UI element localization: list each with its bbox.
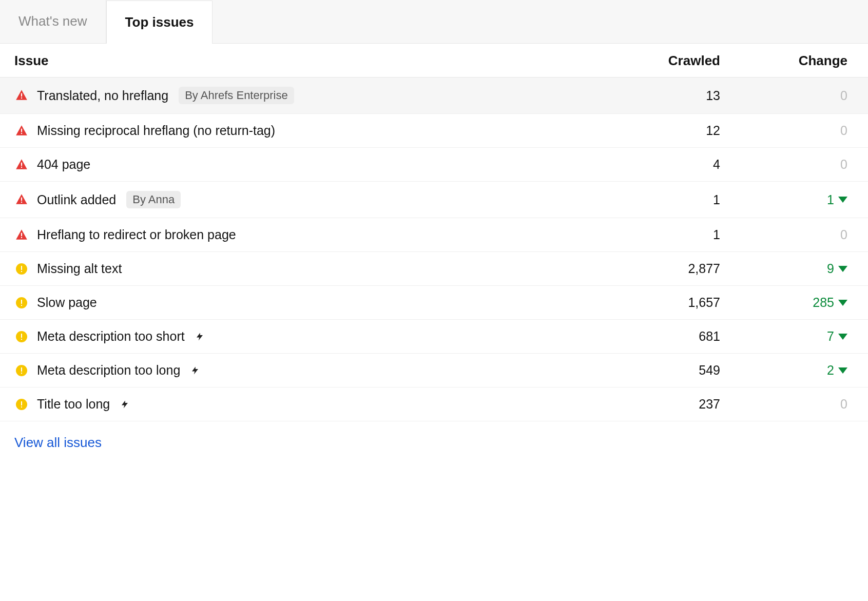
table-row[interactable]: Missing reciprocal hreflang (no return-t… xyxy=(0,114,868,148)
table-row[interactable]: Translated, no hreflangBy Ahrefs Enterpr… xyxy=(0,77,868,114)
col-header-crawled[interactable]: Crawled xyxy=(607,53,720,69)
issue-cell: Missing reciprocal hreflang (no return-t… xyxy=(14,123,607,138)
table-row[interactable]: Meta description too long5492 xyxy=(0,354,868,387)
table-row[interactable]: 404 page40 xyxy=(0,148,868,182)
error-triangle-icon xyxy=(14,228,29,242)
issue-cell: Meta description too long xyxy=(14,363,607,378)
crawled-value: 4 xyxy=(607,157,720,172)
svg-rect-3 xyxy=(21,132,22,133)
warning-circle-icon xyxy=(14,331,29,343)
change-value: 0 xyxy=(720,88,854,103)
change-value: 285 xyxy=(720,295,854,310)
tab-top-issues[interactable]: Top issues xyxy=(106,1,213,44)
issue-name: Missing alt text xyxy=(37,261,122,276)
issue-cell: Hreflang to redirect or broken page xyxy=(14,227,607,242)
svg-rect-0 xyxy=(21,93,22,97)
change-number: 0 xyxy=(840,88,847,103)
crawled-value: 1,657 xyxy=(607,295,720,310)
svg-rect-14 xyxy=(21,300,22,304)
error-triangle-icon xyxy=(14,158,29,171)
issue-name: Meta description too short xyxy=(37,329,185,344)
issue-cell: 404 page xyxy=(14,157,607,172)
crawled-value: 549 xyxy=(607,363,720,378)
table-footer: View all issues xyxy=(0,421,868,471)
issue-name: Outlink added xyxy=(37,192,116,207)
change-number: 7 xyxy=(827,329,834,344)
svg-rect-21 xyxy=(21,373,22,374)
change-value: 0 xyxy=(720,227,854,242)
caret-down-icon xyxy=(838,367,847,374)
table-row[interactable]: Outlink addedBy Anna11 xyxy=(0,182,868,218)
issue-name: Meta description too long xyxy=(37,363,180,378)
issue-cell: Outlink addedBy Anna xyxy=(14,191,607,208)
change-value: 2 xyxy=(720,363,854,378)
svg-rect-18 xyxy=(21,339,22,340)
change-value: 7 xyxy=(720,329,854,344)
change-number: 9 xyxy=(827,261,834,276)
change-number: 1 xyxy=(827,192,834,207)
issue-cell: Slow page xyxy=(14,295,607,310)
change-number: 2 xyxy=(827,363,834,378)
table-row[interactable]: Missing alt text2,8779 xyxy=(0,252,868,286)
svg-rect-12 xyxy=(21,271,22,272)
crawled-value: 237 xyxy=(607,397,720,412)
svg-rect-4 xyxy=(21,162,22,166)
error-triangle-icon xyxy=(14,124,29,138)
svg-rect-23 xyxy=(21,401,22,405)
change-number: 0 xyxy=(840,123,847,138)
svg-rect-2 xyxy=(21,128,22,131)
crawled-value: 1 xyxy=(607,227,720,242)
change-value: 0 xyxy=(720,123,854,138)
svg-rect-7 xyxy=(21,202,22,203)
svg-rect-15 xyxy=(21,305,22,306)
crawled-value: 681 xyxy=(607,329,720,344)
warning-circle-icon xyxy=(14,263,29,275)
change-value: 0 xyxy=(720,397,854,412)
author-badge: By Anna xyxy=(126,191,181,208)
issue-name: Hreflang to redirect or broken page xyxy=(37,227,236,242)
bolt-icon xyxy=(120,399,129,410)
error-triangle-icon xyxy=(14,89,29,102)
crawled-value: 2,877 xyxy=(607,261,720,276)
view-all-issues-link[interactable]: View all issues xyxy=(14,435,102,450)
svg-rect-5 xyxy=(21,166,22,167)
crawled-value: 13 xyxy=(607,88,720,103)
issue-name: 404 page xyxy=(37,157,90,172)
change-number: 0 xyxy=(840,397,847,412)
crawled-value: 12 xyxy=(607,123,720,138)
error-triangle-icon xyxy=(14,193,29,206)
tab-whats-new[interactable]: What's new xyxy=(0,0,106,43)
table-row[interactable]: Meta description too short6817 xyxy=(0,320,868,354)
crawled-value: 1 xyxy=(607,192,720,207)
svg-rect-6 xyxy=(21,198,22,201)
col-header-change[interactable]: Change xyxy=(720,53,854,69)
issue-cell: Meta description too short xyxy=(14,329,607,344)
warning-circle-icon xyxy=(14,364,29,377)
change-number: 285 xyxy=(813,295,834,310)
table-row[interactable]: Slow page1,657285 xyxy=(0,286,868,320)
svg-rect-8 xyxy=(21,232,22,236)
table-header: Issue Crawled Change xyxy=(0,44,868,77)
tabs-bar: What's new Top issues xyxy=(0,0,868,44)
issue-cell: Translated, no hreflangBy Ahrefs Enterpr… xyxy=(14,87,607,104)
bolt-icon xyxy=(190,365,200,376)
caret-down-icon xyxy=(838,197,847,203)
warning-circle-icon xyxy=(14,398,29,411)
caret-down-icon xyxy=(838,300,847,306)
change-value: 0 xyxy=(720,157,854,172)
col-header-issue[interactable]: Issue xyxy=(14,53,607,69)
svg-rect-20 xyxy=(21,367,22,372)
bolt-icon xyxy=(195,331,204,342)
change-value: 1 xyxy=(720,192,854,207)
change-number: 0 xyxy=(840,227,847,242)
caret-down-icon xyxy=(838,334,847,340)
issues-table: Issue Crawled Change Translated, no href… xyxy=(0,44,868,421)
issue-cell: Missing alt text xyxy=(14,261,607,276)
table-row[interactable]: Title too long2370 xyxy=(0,387,868,421)
issue-name: Missing reciprocal hreflang (no return-t… xyxy=(37,123,275,138)
issue-cell: Title too long xyxy=(14,397,607,412)
issue-name: Translated, no hreflang xyxy=(37,88,168,103)
svg-rect-24 xyxy=(21,406,22,408)
svg-rect-11 xyxy=(21,266,22,270)
table-row[interactable]: Hreflang to redirect or broken page10 xyxy=(0,218,868,252)
